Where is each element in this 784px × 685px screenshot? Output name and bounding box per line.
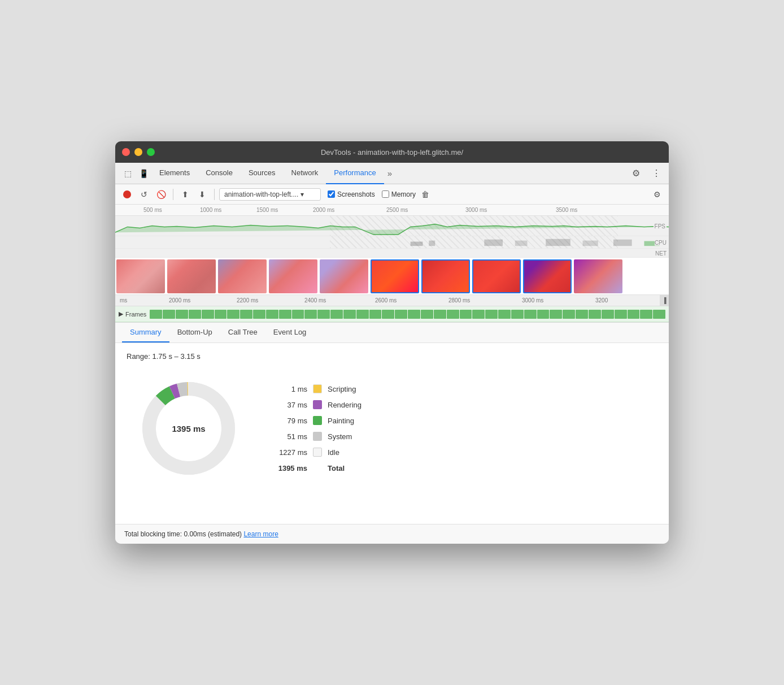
window-title: DevTools - animation-with-top-left.glitc… — [321, 148, 463, 157]
clear-button[interactable]: 🚫 — [154, 187, 168, 202]
settings-icon[interactable]: ⚙ — [628, 166, 644, 181]
download-button[interactable]: ⬇ — [195, 187, 210, 202]
tick2-2600ms: 2600 ms — [375, 297, 397, 304]
timeline-ruler-bottom: ms 2000 ms 2200 ms 2400 ms 2600 ms 2800 … — [115, 295, 669, 306]
total-name: Total — [328, 464, 345, 472]
frame-bar — [524, 310, 537, 319]
trash-icon[interactable]: 🗑 — [418, 187, 433, 202]
tab-summary[interactable]: Summary — [122, 322, 169, 342]
frame-bar — [266, 310, 278, 319]
idle-name: Idle — [328, 448, 339, 457]
memory-label[interactable]: Memory — [391, 190, 416, 198]
frame-bar — [563, 310, 575, 319]
frame-bar — [602, 310, 614, 319]
upload-button[interactable]: ⬆ — [178, 187, 193, 202]
frame-bar — [227, 310, 239, 319]
screenshot-thumb-2[interactable] — [167, 259, 216, 293]
frame-bar — [550, 310, 562, 319]
devtools-window: DevTools - animation-with-top-left.glitc… — [115, 141, 669, 544]
fps-hatch — [330, 216, 618, 236]
frame-bar — [304, 310, 317, 319]
scripting-color — [313, 384, 322, 393]
url-dropdown[interactable]: animation-with-top-left.... ▾ — [219, 188, 321, 201]
bottom-tabs: Summary Bottom-Up Call Tree Event Log — [115, 323, 669, 343]
frame-bar — [537, 310, 550, 319]
memory-checkbox[interactable] — [382, 190, 389, 198]
screenshot-thumb-9[interactable] — [523, 259, 572, 293]
more-options-icon[interactable]: ⋮ — [648, 166, 664, 181]
frame-bar — [628, 310, 640, 319]
tab-call-tree[interactable]: Call Tree — [220, 322, 265, 342]
screenshot-thumb-3[interactable] — [218, 259, 267, 293]
legend-item-painting: 79 ms Painting — [273, 416, 361, 425]
system-value: 51 ms — [273, 432, 307, 441]
record-button[interactable] — [120, 187, 134, 202]
tick2-2000ms: 2000 ms — [169, 297, 190, 304]
screenshot-thumb-10[interactable] — [574, 259, 622, 293]
minimize-button[interactable] — [134, 148, 142, 156]
screenshot-thumb-1[interactable] — [116, 259, 165, 293]
painting-value: 79 ms — [273, 417, 307, 425]
learn-more-link[interactable]: Learn more — [243, 530, 278, 538]
screenshot-thumb-5[interactable] — [320, 259, 368, 293]
frame-bar — [434, 310, 446, 319]
frame-bar — [421, 310, 433, 319]
tab-bottom-up[interactable]: Bottom-Up — [169, 322, 220, 342]
tab-sources[interactable]: Sources — [241, 163, 284, 184]
tab-performance[interactable]: Performance — [326, 163, 384, 184]
frame-bar — [615, 310, 627, 319]
system-color — [313, 432, 322, 441]
cpu-label: CPU — [655, 239, 667, 245]
scrollbar-thumb[interactable]: ▐ — [662, 297, 666, 304]
cpu-bar: CPU — [115, 236, 669, 249]
screenshots-label[interactable]: Screenshots — [337, 190, 375, 198]
screenshot-thumb-7[interactable] — [421, 259, 470, 293]
painting-name: Painting — [328, 417, 354, 425]
traffic-lights — [122, 148, 155, 156]
reload-button[interactable]: ↺ — [137, 187, 151, 202]
frame-bar — [215, 310, 227, 319]
screenshot-thumb-6[interactable] — [371, 259, 419, 293]
record-toolbar: ↺ 🚫 ⬆ ⬇ animation-with-top-left.... ▾ Sc… — [115, 184, 669, 205]
tab-network[interactable]: Network — [284, 163, 326, 184]
timeline-area: 500 ms 1000 ms 1500 ms 2000 ms 2500 ms 3… — [115, 205, 669, 323]
frame-bar — [202, 310, 214, 319]
frames-label: ▶ Frames — [119, 310, 146, 318]
scripting-value: 1 ms — [273, 385, 307, 393]
tick-2000ms: 2000 ms — [313, 207, 334, 213]
legend-item-scripting: 1 ms Scripting — [273, 384, 361, 393]
rendering-color — [313, 400, 322, 409]
frame-bar — [176, 310, 188, 319]
scripting-name: Scripting — [328, 385, 356, 393]
frame-bar — [472, 310, 485, 319]
frame-bar — [317, 310, 330, 319]
cursor-icon[interactable]: ⬚ — [120, 166, 136, 181]
system-name: System — [328, 432, 352, 441]
tab-console[interactable]: Console — [198, 163, 241, 184]
frame-bar — [240, 310, 252, 319]
frame-bar — [408, 310, 420, 319]
timeline-ruler-top: 500 ms 1000 ms 1500 ms 2000 ms 2500 ms 3… — [115, 205, 669, 216]
screenshots-checkbox[interactable] — [328, 190, 335, 198]
frame-bar — [356, 310, 369, 319]
more-tabs-button[interactable]: » — [384, 168, 395, 178]
close-button[interactable] — [122, 148, 130, 156]
frames-bars — [150, 310, 665, 319]
frame-bar — [343, 310, 356, 319]
legend: 1 ms Scripting 37 ms Rendering 79 ms Pai… — [273, 384, 361, 472]
screenshot-thumb-8[interactable] — [472, 259, 521, 293]
tab-elements[interactable]: Elements — [151, 163, 198, 184]
frames-row: ▶ Frames — [115, 306, 669, 322]
settings-icon-toolbar[interactable]: ⚙ — [650, 187, 664, 202]
frames-triangle[interactable]: ▶ — [119, 310, 123, 318]
tab-event-log[interactable]: Event Log — [265, 322, 315, 342]
tick2-ms: ms — [120, 297, 127, 304]
frame-bar — [460, 310, 472, 319]
device-toolbar-icon[interactable]: 📱 — [136, 166, 151, 181]
range-text: Range: 1.75 s – 3.15 s — [127, 352, 657, 361]
screenshot-thumb-4[interactable] — [269, 259, 317, 293]
frame-bar — [382, 310, 394, 319]
frame-bar — [330, 310, 343, 319]
titlebar: DevTools - animation-with-top-left.glitc… — [115, 141, 669, 163]
maximize-button[interactable] — [147, 148, 155, 156]
